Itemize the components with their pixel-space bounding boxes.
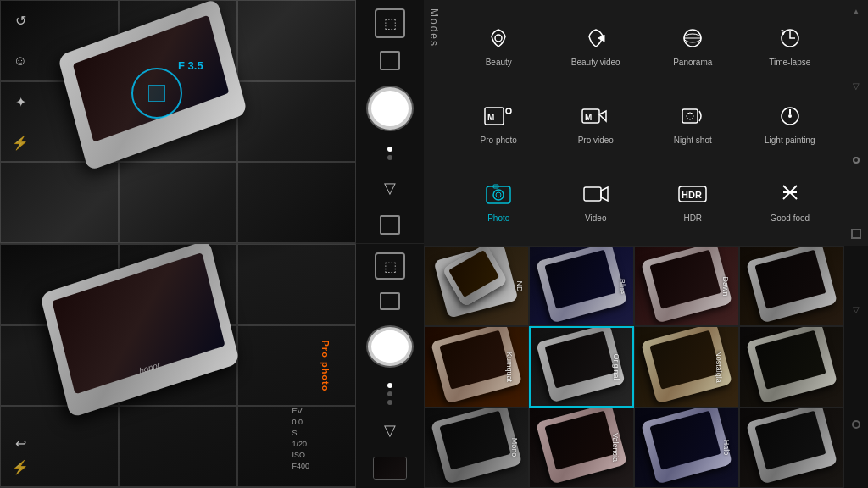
filter-nd-label: ND [515,280,524,291]
grid-cell [237,81,356,163]
filters-grid: ND Blue Dawn [424,246,844,488]
camera-view-top: F 3.5 ↺ ☺ ✦ ⚡ [0,0,356,244]
modes-label: Modes [424,0,444,246]
filter-row2-col4[interactable] [739,326,844,407]
filter-row1-col4[interactable] [739,246,844,326]
mode-night-shot[interactable]: Night shot [645,85,741,161]
focus-circle[interactable] [131,68,182,119]
filter-original-label: Original [611,353,620,380]
grid-cell [119,162,237,243]
filter-phone-nd [434,246,520,318]
svg-text:HDR: HDR [682,190,702,200]
filter-nostalgia-label: Nostalgia [715,351,723,383]
grid-cell [237,0,356,81]
mode-pro-photo[interactable]: M Pro photo [451,85,547,161]
night-shot-label: Night shot [674,136,712,145]
mode-beauty[interactable]: Beauty [451,7,547,83]
pro-photo-icon: M [483,101,514,131]
mode-indicator-top [387,147,392,160]
filter-phone-r1c4 [740,247,843,325]
hdr-label: HDR [683,214,702,223]
effects-icon[interactable]: ✦ [8,90,32,114]
panorama-label: Panorama [673,58,712,67]
filter-valencia[interactable]: Valencia [529,408,634,488]
shutter-inner [374,92,406,125]
modes-square-ctrl[interactable] [851,229,861,239]
mode-photo[interactable]: Photo [451,163,547,239]
dot-1 [387,147,392,152]
camera-switch-icon-2[interactable]: ⬚ [375,252,405,280]
filter-row3-col4[interactable] [739,408,844,488]
svg-point-16 [496,192,501,197]
small-square-2[interactable] [380,215,400,235]
modes-circle-ctrl[interactable] [853,157,860,164]
filter-kumquat-label: Kumquat [505,352,514,382]
video-label: Video [585,214,606,223]
mode-good-food[interactable]: Good food [743,163,838,239]
light-painting-label: Light painting [765,136,815,145]
flash-icon-bottom[interactable]: ⚡ [8,455,32,479]
filter-nd[interactable]: ND [424,246,529,326]
iso-label: ISO [292,451,309,459]
filter-kumquat[interactable]: Kumquat [424,326,529,407]
svg-rect-14 [487,186,510,203]
dot-2 [387,155,392,160]
nav-down-icon-top[interactable]: ▽ [375,173,405,202]
rotate-icon[interactable]: ↩ [8,431,32,455]
filter-mono[interactable]: Mono [424,408,529,488]
filter-nostalgia[interactable]: Nostalgia [634,326,739,407]
modes-scroll-controls: ▲ ▽ [844,0,868,246]
nav-down-icon-bottom[interactable]: ▽ [375,418,405,444]
filters-nav-down[interactable]: ▽ [853,305,860,314]
mode-video[interactable]: Video [548,163,644,239]
grid-cell [237,325,356,407]
svg-point-13 [788,114,792,118]
top-controls: ↺ ☺ ✦ ⚡ [8,8,32,154]
grid-cell [119,406,237,487]
modes-scroll-up[interactable]: ▲ [852,7,860,16]
dot-3 [387,383,392,388]
time-lapse-icon [775,23,805,53]
small-square-top[interactable] [380,51,400,70]
modes-nav-down[interactable]: ▽ [853,81,860,91]
beauty-icon [483,23,514,53]
good-food-icon [775,179,805,209]
pro-photo-mode-label: Pro photo [320,340,331,391]
filter-valencia-label: Valencia [611,433,620,462]
svg-point-7 [506,108,511,114]
panorama-icon [677,23,708,53]
filters-circle[interactable] [852,420,860,429]
mode-light-painting[interactable]: Light painting [743,85,838,161]
camera-panel: F 3.5 ↺ ☺ ✦ ⚡ honor Pro photo [0,0,356,488]
mode-hdr[interactable]: HDR HDR [645,163,741,239]
s-value: 1/20 [292,440,309,448]
mode-indicator-bottom [387,383,392,405]
small-square-3[interactable] [380,292,400,310]
flash-icon[interactable]: ⚡ [8,130,32,154]
last-photo-thumbnail[interactable] [373,457,407,480]
pro-video-icon: M [581,101,611,131]
undo-icon[interactable]: ↺ [8,8,32,32]
svg-rect-18 [584,187,601,201]
mode-time-lapse[interactable]: Time-lapse [743,7,838,83]
face-detection-icon[interactable]: ☺ [8,49,32,73]
mode-beauty-video[interactable]: Beauty video [548,7,644,83]
camera-switch-icon[interactable]: ⬚ [375,8,405,38]
svg-rect-10 [682,109,698,123]
light-painting-icon [775,101,805,131]
controls-strip-top: ⬚ ▽ [356,0,424,244]
svg-text:M: M [487,113,494,122]
modes-section: Modes Beauty [424,0,868,246]
filters-section: ND Blue Dawn [424,246,868,488]
mode-pro-video[interactable]: M Pro video [548,85,644,161]
filter-dawn[interactable]: Dawn [634,246,739,326]
filter-blue[interactable]: Blue [529,246,634,326]
filter-halo[interactable]: Halo [634,408,739,488]
shutter-button-top[interactable] [368,87,412,130]
thumbnail-preview [374,458,406,479]
filter-original[interactable]: Original [529,326,634,407]
time-lapse-label: Time-lapse [769,58,810,67]
shutter-button-bottom[interactable] [368,327,412,366]
dot-5 [387,400,392,405]
mode-panorama[interactable]: Panorama [645,7,741,83]
